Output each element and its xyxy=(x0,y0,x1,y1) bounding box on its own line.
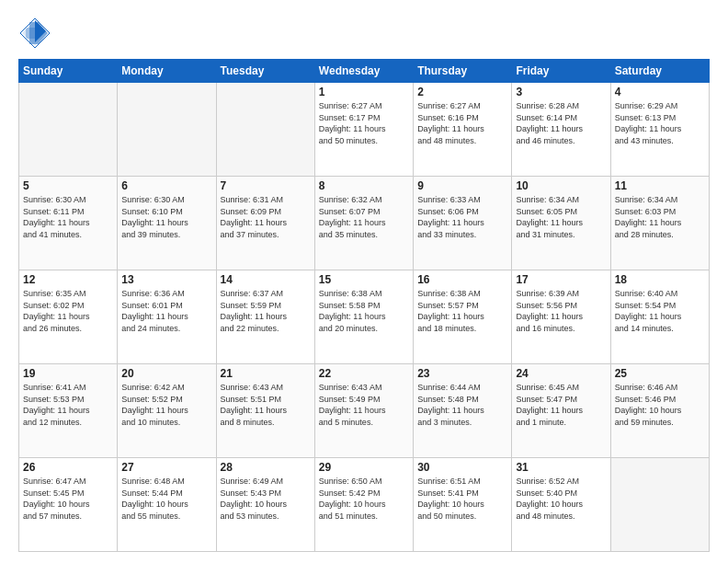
day-number: 11 xyxy=(615,179,705,192)
weekday-header-row: SundayMondayTuesdayWednesdayThursdayFrid… xyxy=(19,60,710,83)
day-info: Sunrise: 6:37 AM Sunset: 5:59 PM Dayligh… xyxy=(221,288,311,334)
day-info: Sunrise: 6:34 AM Sunset: 6:03 PM Dayligh… xyxy=(615,194,705,240)
day-info: Sunrise: 6:52 AM Sunset: 5:40 PM Dayligh… xyxy=(516,476,606,522)
calendar-cell: 11Sunrise: 6:34 AM Sunset: 6:03 PM Dayli… xyxy=(610,177,709,270)
calendar-cell: 16Sunrise: 6:38 AM Sunset: 5:57 PM Dayli… xyxy=(414,270,512,364)
calendar-cell: 20Sunrise: 6:42 AM Sunset: 5:52 PM Dayli… xyxy=(118,364,216,458)
calendar-cell: 17Sunrise: 6:39 AM Sunset: 5:56 PM Dayli… xyxy=(512,270,610,364)
day-number: 25 xyxy=(615,367,705,380)
calendar-cell: 30Sunrise: 6:51 AM Sunset: 5:41 PM Dayli… xyxy=(414,458,512,552)
weekday-header-saturday: Saturday xyxy=(610,60,709,83)
calendar-cell xyxy=(118,83,216,177)
day-info: Sunrise: 6:38 AM Sunset: 5:58 PM Dayligh… xyxy=(319,288,409,334)
day-info: Sunrise: 6:30 AM Sunset: 6:11 PM Dayligh… xyxy=(23,194,113,240)
day-number: 18 xyxy=(615,273,705,286)
calendar-week-row-3: 19Sunrise: 6:41 AM Sunset: 5:53 PM Dayli… xyxy=(19,364,710,458)
day-info: Sunrise: 6:48 AM Sunset: 5:44 PM Dayligh… xyxy=(121,476,211,522)
calendar-week-row-1: 5Sunrise: 6:30 AM Sunset: 6:11 PM Daylig… xyxy=(19,177,710,270)
page: SundayMondayTuesdayWednesdayThursdayFrid… xyxy=(0,0,728,563)
day-info: Sunrise: 6:28 AM Sunset: 6:14 PM Dayligh… xyxy=(516,100,606,146)
calendar-cell: 1Sunrise: 6:27 AM Sunset: 6:17 PM Daylig… xyxy=(314,83,413,177)
day-number: 15 xyxy=(319,273,409,286)
day-number: 17 xyxy=(516,273,606,286)
calendar-week-row-2: 12Sunrise: 6:35 AM Sunset: 6:02 PM Dayli… xyxy=(19,270,710,364)
day-info: Sunrise: 6:27 AM Sunset: 6:16 PM Dayligh… xyxy=(417,100,507,146)
weekday-header-thursday: Thursday xyxy=(414,60,512,83)
calendar-cell: 6Sunrise: 6:30 AM Sunset: 6:10 PM Daylig… xyxy=(118,177,216,270)
day-number: 20 xyxy=(121,367,211,380)
calendar-cell: 19Sunrise: 6:41 AM Sunset: 5:53 PM Dayli… xyxy=(19,364,118,458)
day-number: 5 xyxy=(23,179,113,192)
calendar-cell xyxy=(19,83,118,177)
day-info: Sunrise: 6:33 AM Sunset: 6:06 PM Dayligh… xyxy=(417,194,507,240)
day-number: 31 xyxy=(516,461,606,474)
day-number: 22 xyxy=(319,367,409,380)
calendar-cell: 18Sunrise: 6:40 AM Sunset: 5:54 PM Dayli… xyxy=(610,270,709,364)
calendar-cell: 7Sunrise: 6:31 AM Sunset: 6:09 PM Daylig… xyxy=(216,177,314,270)
day-number: 19 xyxy=(23,367,113,380)
svg-rect-4 xyxy=(26,28,39,39)
calendar-table: SundayMondayTuesdayWednesdayThursdayFrid… xyxy=(18,59,710,552)
calendar-cell: 14Sunrise: 6:37 AM Sunset: 5:59 PM Dayli… xyxy=(216,270,314,364)
day-info: Sunrise: 6:35 AM Sunset: 6:02 PM Dayligh… xyxy=(23,288,113,334)
day-info: Sunrise: 6:40 AM Sunset: 5:54 PM Dayligh… xyxy=(615,288,705,334)
day-number: 9 xyxy=(417,179,507,192)
calendar-cell xyxy=(216,83,314,177)
day-number: 6 xyxy=(121,179,211,192)
day-info: Sunrise: 6:39 AM Sunset: 5:56 PM Dayligh… xyxy=(516,288,606,334)
day-info: Sunrise: 6:51 AM Sunset: 5:41 PM Dayligh… xyxy=(417,476,507,522)
calendar-cell: 22Sunrise: 6:43 AM Sunset: 5:49 PM Dayli… xyxy=(314,364,413,458)
day-info: Sunrise: 6:42 AM Sunset: 5:52 PM Dayligh… xyxy=(121,382,211,428)
day-number: 7 xyxy=(221,179,311,192)
calendar-cell: 5Sunrise: 6:30 AM Sunset: 6:11 PM Daylig… xyxy=(19,177,118,270)
weekday-header-friday: Friday xyxy=(512,60,610,83)
day-number: 26 xyxy=(23,461,113,474)
day-number: 12 xyxy=(23,273,113,286)
weekday-header-wednesday: Wednesday xyxy=(314,60,413,83)
calendar-cell: 21Sunrise: 6:43 AM Sunset: 5:51 PM Dayli… xyxy=(216,364,314,458)
day-info: Sunrise: 6:44 AM Sunset: 5:48 PM Dayligh… xyxy=(417,382,507,428)
calendar-cell: 2Sunrise: 6:27 AM Sunset: 6:16 PM Daylig… xyxy=(414,83,512,177)
day-number: 2 xyxy=(417,86,507,98)
calendar-cell: 13Sunrise: 6:36 AM Sunset: 6:01 PM Dayli… xyxy=(118,270,216,364)
calendar-cell: 12Sunrise: 6:35 AM Sunset: 6:02 PM Dayli… xyxy=(19,270,118,364)
calendar-cell: 29Sunrise: 6:50 AM Sunset: 5:42 PM Dayli… xyxy=(314,458,413,552)
day-number: 14 xyxy=(221,273,311,286)
day-info: Sunrise: 6:30 AM Sunset: 6:10 PM Dayligh… xyxy=(121,194,211,240)
calendar-cell: 10Sunrise: 6:34 AM Sunset: 6:05 PM Dayli… xyxy=(512,177,610,270)
calendar-cell: 31Sunrise: 6:52 AM Sunset: 5:40 PM Dayli… xyxy=(512,458,610,552)
calendar-cell: 26Sunrise: 6:47 AM Sunset: 5:45 PM Dayli… xyxy=(19,458,118,552)
day-info: Sunrise: 6:43 AM Sunset: 5:51 PM Dayligh… xyxy=(221,382,311,428)
day-info: Sunrise: 6:38 AM Sunset: 5:57 PM Dayligh… xyxy=(417,288,507,334)
day-number: 1 xyxy=(319,86,409,98)
calendar-body: 1Sunrise: 6:27 AM Sunset: 6:17 PM Daylig… xyxy=(19,83,710,552)
calendar-cell: 3Sunrise: 6:28 AM Sunset: 6:14 PM Daylig… xyxy=(512,83,610,177)
calendar-cell: 27Sunrise: 6:48 AM Sunset: 5:44 PM Dayli… xyxy=(118,458,216,552)
logo xyxy=(18,17,55,50)
day-info: Sunrise: 6:32 AM Sunset: 6:07 PM Dayligh… xyxy=(319,194,409,240)
calendar-cell: 4Sunrise: 6:29 AM Sunset: 6:13 PM Daylig… xyxy=(610,83,709,177)
calendar-cell: 9Sunrise: 6:33 AM Sunset: 6:06 PM Daylig… xyxy=(414,177,512,270)
day-number: 8 xyxy=(319,179,409,192)
day-number: 3 xyxy=(516,86,606,98)
day-info: Sunrise: 6:27 AM Sunset: 6:17 PM Dayligh… xyxy=(319,100,409,146)
logo-icon xyxy=(18,17,51,50)
day-number: 21 xyxy=(221,367,311,380)
day-number: 29 xyxy=(319,461,409,474)
day-info: Sunrise: 6:46 AM Sunset: 5:46 PM Dayligh… xyxy=(615,382,705,428)
day-info: Sunrise: 6:31 AM Sunset: 6:09 PM Dayligh… xyxy=(221,194,311,240)
calendar-cell: 8Sunrise: 6:32 AM Sunset: 6:07 PM Daylig… xyxy=(314,177,413,270)
day-number: 16 xyxy=(417,273,507,286)
calendar-cell: 24Sunrise: 6:45 AM Sunset: 5:47 PM Dayli… xyxy=(512,364,610,458)
day-info: Sunrise: 6:45 AM Sunset: 5:47 PM Dayligh… xyxy=(516,382,606,428)
day-number: 30 xyxy=(417,461,507,474)
calendar-cell: 28Sunrise: 6:49 AM Sunset: 5:43 PM Dayli… xyxy=(216,458,314,552)
day-info: Sunrise: 6:34 AM Sunset: 6:05 PM Dayligh… xyxy=(516,194,606,240)
calendar-cell: 23Sunrise: 6:44 AM Sunset: 5:48 PM Dayli… xyxy=(414,364,512,458)
day-info: Sunrise: 6:47 AM Sunset: 5:45 PM Dayligh… xyxy=(23,476,113,522)
calendar-header: SundayMondayTuesdayWednesdayThursdayFrid… xyxy=(19,60,710,83)
header xyxy=(18,17,710,50)
weekday-header-monday: Monday xyxy=(118,60,216,83)
calendar-cell xyxy=(610,458,709,552)
day-info: Sunrise: 6:36 AM Sunset: 6:01 PM Dayligh… xyxy=(121,288,211,334)
